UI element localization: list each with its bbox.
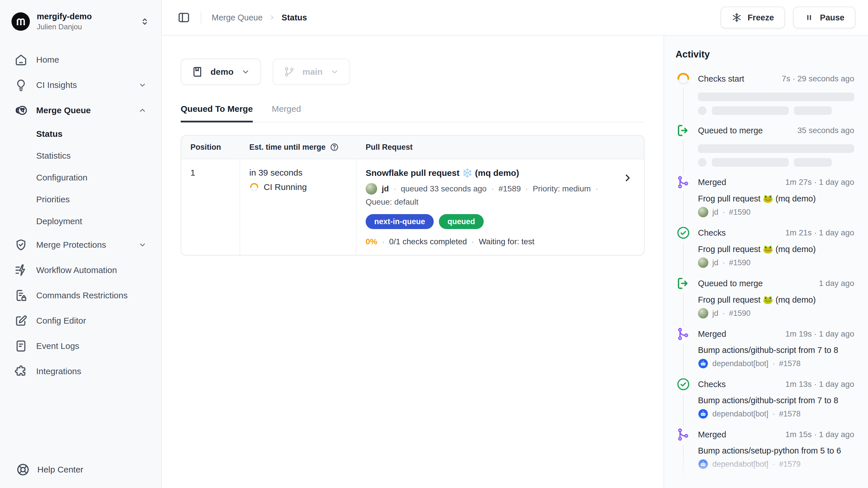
timeline-rail: [676, 326, 691, 377]
timeline-rail: [676, 175, 691, 225]
sidebar-item-merge-protections[interactable]: Merge Protections: [10, 232, 151, 258]
topbar-divider: [201, 11, 202, 24]
activity-label: Merged: [698, 178, 726, 187]
queued-to-merge-icon: [676, 123, 691, 138]
activity-item[interactable]: Merged 1m 27s · 1 day ago Frog pull requ…: [676, 175, 854, 225]
pr-number[interactable]: #1579: [779, 460, 801, 469]
activity-item-body: Checks 1m 13s · 1 day ago Bump actions/g…: [698, 377, 854, 427]
avatar: [698, 308, 708, 318]
badge-queued: queued: [439, 214, 484, 229]
sidebar-item-deployment[interactable]: Deployment: [10, 210, 151, 232]
activity-item[interactable]: Checks 1m 13s · 1 day ago Bump actions/g…: [676, 377, 854, 427]
pause-button[interactable]: Pause: [793, 7, 855, 28]
activity-item[interactable]: Merged 1m 15s · 1 day ago Bump actions/s…: [676, 427, 854, 477]
activity-time: 1m 9s · 1 day ago: [785, 480, 854, 488]
activity-pr-title[interactable]: Bump actions/setup-python from 5 to 6: [698, 446, 854, 456]
chevron-down-icon: [138, 81, 147, 89]
help-circle-icon[interactable]: [330, 143, 339, 152]
git-merge-icon: [676, 326, 691, 341]
activity-label: Merged: [698, 329, 726, 339]
sidebar-item-statistics[interactable]: Statistics: [10, 145, 151, 167]
timeline-rail: [676, 123, 691, 175]
activity-item[interactable]: Checks 1m 9s · 1 day ago Bump actions/se…: [676, 477, 854, 488]
timeline-rail: [676, 377, 691, 427]
sidebar-toggle-button[interactable]: [177, 11, 190, 24]
activity-time: 35 seconds ago: [792, 126, 854, 135]
activity-time: 7s · 29 seconds ago: [777, 74, 854, 83]
ci-status-label: CI Running: [264, 182, 307, 192]
timeline-connector: [683, 192, 684, 225]
activity-item[interactable]: Queued to merge 35 seconds ago: [676, 123, 854, 175]
repository-select[interactable]: demo: [181, 59, 261, 85]
help-center-label: Help Center: [37, 465, 83, 475]
activity-item-body: Merged 1m 19s · 1 day ago Bump actions/g…: [698, 326, 854, 377]
sidebar-item-merge-queue[interactable]: Merge Queue: [10, 98, 151, 123]
breadcrumb-merge-queue[interactable]: Merge Queue: [212, 13, 262, 22]
row-pull-request: Snowflake pull request ❄️ (mq demo) jd ·…: [356, 159, 644, 255]
check-circle-icon: [676, 477, 691, 488]
timeline-connector: [683, 444, 684, 477]
queued-to-merge-icon: [676, 276, 691, 291]
sidebar-item-label: Priorities: [36, 195, 70, 204]
freeze-button[interactable]: Freeze: [721, 7, 785, 28]
pr-number[interactable]: #1590: [729, 309, 750, 318]
activity-item[interactable]: Checks start 7s · 29 seconds ago: [676, 71, 854, 123]
sidebar-item-status[interactable]: Status: [10, 123, 151, 145]
sidebar-item-home[interactable]: Home: [10, 47, 151, 73]
life-buoy-icon: [16, 463, 30, 477]
skeleton-bar: [712, 158, 789, 167]
sidebar-item-workflow-automation[interactable]: Workflow Automation: [10, 258, 151, 283]
activity-pr-title[interactable]: Frog pull request 🐸 (mq demo): [698, 244, 854, 254]
activity-item[interactable]: Checks 1m 21s · 1 day ago Frog pull requ…: [676, 225, 854, 276]
badge-next-in-queue: next-in-queue: [366, 214, 434, 229]
activity-label: Checks start: [698, 74, 744, 84]
sidebar-item-label: CI Insights: [36, 80, 77, 90]
pr-number[interactable]: #1590: [729, 258, 750, 267]
activity-time: 1m 21s · 1 day ago: [780, 228, 854, 237]
activity-pr-title[interactable]: Bump actions/github-script from 7 to 8: [698, 396, 854, 405]
topbar-actions: Freeze Pause: [721, 7, 855, 28]
sidebar-item-priorities[interactable]: Priorities: [10, 189, 151, 210]
pr-number[interactable]: #1578: [779, 359, 801, 368]
timeline-connector: [683, 242, 684, 276]
activity-pr-title[interactable]: Frog pull request 🐸 (mq demo): [698, 295, 854, 305]
eta-value: in 39 seconds: [249, 168, 347, 178]
tab-merged[interactable]: Merged: [272, 104, 301, 122]
pr-number[interactable]: #1578: [779, 409, 801, 419]
activity-label: Checks: [698, 380, 726, 389]
row-expand-chevron-icon[interactable]: [622, 172, 633, 184]
sidebar-item-event-logs[interactable]: Event Logs: [10, 334, 151, 359]
branch-select[interactable]: main: [273, 59, 350, 85]
column-est-time: Est. time until merge: [240, 136, 356, 159]
sidebar-item-ci-insights[interactable]: CI Insights: [10, 73, 151, 98]
git-branch-icon: [283, 66, 295, 78]
check-circle-icon: [676, 225, 691, 240]
sidebar-item-config-editor[interactable]: Config Editor: [10, 308, 151, 334]
timeline-rail: [676, 276, 691, 326]
tab-queued-to-merge[interactable]: Queued To Merge: [181, 104, 253, 122]
activity-item[interactable]: Queued to merge 1 day ago Frog pull requ…: [676, 276, 854, 326]
table-row[interactable]: 1 in 39 seconds CI Running Snowflake pul…: [181, 159, 644, 255]
pr-title[interactable]: Snowflake pull request ❄️ (mq demo): [366, 168, 610, 178]
org-switcher[interactable]: mergify-demo Julien Danjou: [0, 9, 161, 40]
sidebar-item-configuration[interactable]: Configuration: [10, 167, 151, 189]
pr-author[interactable]: jd: [382, 184, 389, 194]
pr-queued-ago: queued 33 seconds ago: [401, 184, 487, 194]
checks-waiting: Waiting for: test: [479, 237, 534, 246]
merge-queue-icon: [14, 104, 28, 117]
sidebar-item-label: Workflow Automation: [36, 265, 117, 275]
activity-pr-title[interactable]: Bump actions/github-script from 7 to 8: [698, 345, 854, 355]
sidebar: mergify-demo Julien Danjou Home CI Insig…: [0, 0, 162, 488]
skeleton-row: [698, 158, 854, 167]
branch-value: main: [303, 67, 322, 77]
pr-number[interactable]: #1589: [498, 184, 521, 194]
timeline-connector: [683, 88, 684, 123]
activity-item-body: Checks 1m 9s · 1 day ago Bump actions/se…: [698, 477, 854, 488]
activity-pr-title[interactable]: Frog pull request 🐸 (mq demo): [698, 194, 854, 203]
sidebar-item-commands-restrictions[interactable]: Commands Restrictions: [10, 283, 151, 308]
pr-number[interactable]: #1590: [729, 208, 750, 217]
help-center-link[interactable]: Help Center: [0, 463, 161, 477]
breadcrumb-status: Status: [281, 13, 307, 22]
activity-item[interactable]: Merged 1m 19s · 1 day ago Bump actions/g…: [676, 326, 854, 377]
sidebar-item-integrations[interactable]: Integrations: [10, 359, 151, 384]
